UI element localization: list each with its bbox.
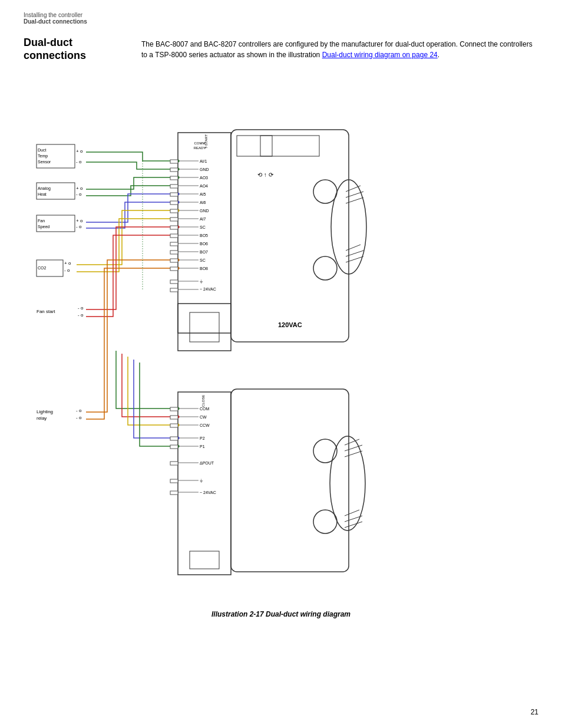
svg-text:BO5: BO5 xyxy=(200,233,208,238)
svg-rect-133 xyxy=(170,242,178,246)
svg-rect-146 xyxy=(170,491,178,495)
section-body: The BAC-8007 and BAC-8207 controllers ar… xyxy=(141,37,538,62)
svg-text:AI7: AI7 xyxy=(200,217,206,221)
svg-line-78 xyxy=(345,510,359,516)
svg-text:Fan: Fan xyxy=(38,219,45,223)
svg-text:COM: COM xyxy=(200,407,210,411)
svg-rect-137 xyxy=(170,280,178,284)
svg-text:Sensor: Sensor xyxy=(38,160,51,164)
svg-text:+ o: + o xyxy=(76,218,83,223)
svg-text:Analog: Analog xyxy=(38,186,51,191)
svg-rect-126 xyxy=(170,185,178,188)
breadcrumb-line2: Dual-duct connections xyxy=(24,18,538,25)
svg-text:- o: - o xyxy=(76,192,82,197)
svg-point-73 xyxy=(313,510,337,533)
svg-text:CLOSE: CLOSE xyxy=(201,395,205,407)
svg-text:+ o: + o xyxy=(64,261,71,266)
svg-rect-38 xyxy=(260,136,319,156)
page-number: 21 xyxy=(531,708,538,716)
svg-rect-145 xyxy=(170,479,178,483)
svg-rect-49 xyxy=(178,304,231,351)
svg-rect-127 xyxy=(170,193,178,196)
svg-text:+ o: + o xyxy=(76,186,83,191)
svg-text:SC: SC xyxy=(200,258,206,262)
svg-text:120VAC: 120VAC xyxy=(278,321,302,328)
svg-point-40 xyxy=(313,256,337,280)
svg-line-80 xyxy=(345,522,362,528)
diagram-area: COMM READY T-START AI/1 GND AO3 AO4 AI5 … xyxy=(24,74,538,618)
svg-rect-123 xyxy=(170,160,178,163)
svg-text:Lighting: Lighting xyxy=(37,409,53,414)
svg-rect-128 xyxy=(170,201,178,205)
breadcrumb-line1: Installing the controller xyxy=(24,12,538,18)
svg-text:BO6: BO6 xyxy=(200,242,208,246)
svg-text:CW: CW xyxy=(200,415,207,419)
diagram-link[interactable]: Dual-duct wiring diagram on page 24 xyxy=(322,51,438,59)
svg-text:Heat: Heat xyxy=(38,192,47,196)
svg-text:- o: - o xyxy=(78,312,84,318)
svg-text:P1: P1 xyxy=(200,444,205,449)
svg-text:BO8: BO8 xyxy=(200,266,208,271)
svg-rect-50 xyxy=(190,312,219,342)
svg-text:P2: P2 xyxy=(200,436,205,440)
svg-rect-87 xyxy=(37,183,75,199)
diagram-caption: Illustration 2-17 Dual-duct wiring diagr… xyxy=(24,610,538,618)
svg-text:- o: - o xyxy=(76,159,82,164)
svg-point-72 xyxy=(313,439,337,463)
page-title: Dual-ductconnections xyxy=(24,37,141,62)
svg-rect-130 xyxy=(170,218,178,221)
svg-text:GND: GND xyxy=(200,209,209,213)
svg-text:⏚: ⏚ xyxy=(200,477,203,483)
svg-text:SC: SC xyxy=(200,225,206,229)
svg-rect-141 xyxy=(170,424,178,427)
svg-text:CCW: CCW xyxy=(200,423,210,427)
svg-text:- o: - o xyxy=(64,268,70,273)
svg-rect-70 xyxy=(231,389,349,572)
svg-rect-142 xyxy=(170,437,178,440)
svg-rect-132 xyxy=(170,234,178,238)
svg-rect-71 xyxy=(190,551,219,569)
svg-rect-124 xyxy=(170,168,178,172)
title-section: Dual-ductconnections The BAC-8007 and BA… xyxy=(24,37,538,62)
svg-text:relay: relay xyxy=(37,416,47,421)
svg-text:CO2: CO2 xyxy=(38,266,47,270)
svg-text:- o: - o xyxy=(76,415,82,420)
svg-text:- o: - o xyxy=(78,305,84,311)
breadcrumb: Installing the controller Dual-duct conn… xyxy=(24,12,538,25)
svg-text:+ o: + o xyxy=(76,149,83,154)
svg-rect-135 xyxy=(170,259,178,262)
svg-rect-92 xyxy=(37,215,75,232)
svg-line-77 xyxy=(345,451,362,457)
svg-text:Temp: Temp xyxy=(38,154,48,159)
svg-rect-143 xyxy=(170,445,178,449)
svg-text:AI6: AI6 xyxy=(200,200,206,205)
wiring-diagram-svg: COMM READY T-START AI/1 GND AO3 AO4 AI5 … xyxy=(25,74,537,604)
svg-text:⏚: ⏚ xyxy=(200,278,203,284)
svg-text:T-START: T-START xyxy=(204,134,208,149)
svg-rect-136 xyxy=(170,267,178,271)
svg-text:- o: - o xyxy=(76,224,82,229)
svg-text:GND: GND xyxy=(200,167,209,172)
svg-text:AI5: AI5 xyxy=(200,192,206,196)
svg-line-43 xyxy=(346,186,361,192)
svg-rect-125 xyxy=(170,176,178,180)
svg-text:AO3: AO3 xyxy=(200,176,208,180)
svg-rect-144 xyxy=(170,462,178,465)
svg-text:Speed: Speed xyxy=(38,225,49,229)
page-container: Installing the controller Dual-duct conn… xyxy=(0,0,562,728)
svg-text:~ 24VAC: ~ 24VAC xyxy=(200,287,216,291)
svg-text:BO7: BO7 xyxy=(200,250,208,254)
svg-rect-52 xyxy=(178,392,231,575)
svg-rect-37 xyxy=(237,136,272,156)
svg-text:- o: - o xyxy=(76,408,82,413)
svg-text:Duct: Duct xyxy=(38,148,46,152)
svg-rect-131 xyxy=(170,226,178,229)
svg-rect-134 xyxy=(170,251,178,254)
svg-text:COMM: COMM xyxy=(194,141,206,145)
svg-rect-129 xyxy=(170,209,178,213)
svg-text:Fan start: Fan start xyxy=(37,309,55,314)
svg-text:ΔPOUT: ΔPOUT xyxy=(200,461,214,465)
svg-text:~ 24VAC: ~ 24VAC xyxy=(200,490,216,495)
svg-text:⟲ ↑ ⟳: ⟲ ↑ ⟳ xyxy=(257,172,274,178)
svg-line-46 xyxy=(346,245,361,251)
